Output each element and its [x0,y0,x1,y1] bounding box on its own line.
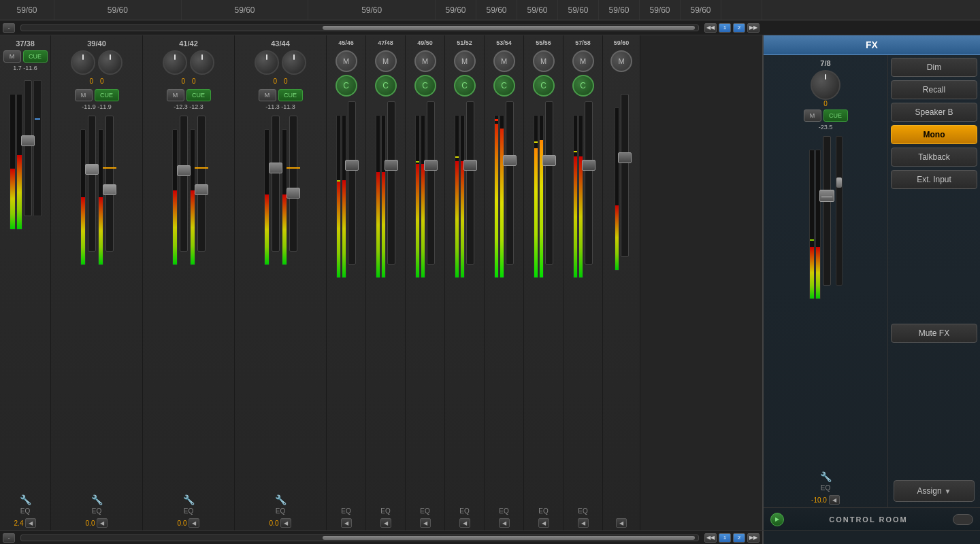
ch39-arrow-btn[interactable]: ◀ [97,518,108,528]
ch51-m-btn[interactable]: M [454,50,476,72]
ch49-label: 49/50 [407,38,443,49]
bottom-nav-prev[interactable]: ◀◀ [704,533,717,543]
ch51-c-btn[interactable]: C [454,75,476,97]
ch43-knob-l[interactable] [255,50,279,75]
ch37-eq-label[interactable]: EQ [1,507,49,515]
ch43-eq-label[interactable]: EQ [236,507,325,515]
ch45-eq-label[interactable]: EQ [328,507,364,515]
speaker-b-btn[interactable]: Speaker B [891,103,977,122]
scrollbar[interactable] [18,23,702,33]
bottom-nav-minus[interactable]: - [3,533,15,543]
bottom-nav-page1[interactable]: 1 [719,533,731,543]
ch41-cue-btn[interactable]: CUE [186,89,211,101]
fx-levels: -23.5 [819,124,833,131]
ch37-bottom: 2.4 ◀ [1,518,49,528]
bottom-nav-next[interactable]: ▶▶ [747,533,760,543]
play-btn[interactable]: ▶ [770,513,784,526]
scrollbar-row[interactable]: - ◀◀ 1 2 ▶▶ [0,20,980,35]
ch55-label: 55/56 [525,38,561,49]
ch41-eq-label[interactable]: EQ [144,507,233,515]
nav-next-btn[interactable]: ▶▶ [747,23,760,33]
bottom-bar[interactable]: - ◀◀ 1 2 ▶▶ [0,530,980,544]
ch49-arrow-btn[interactable]: ◀ [420,518,431,528]
ch43-wrench-icon[interactable]: 🔧 [275,494,287,505]
ch39-cue-btn[interactable]: CUE [95,89,119,101]
ch49-c-btn[interactable]: C [414,75,436,97]
ch37-cue-btn[interactable]: CUE [23,50,48,63]
ch51-label: 51/52 [446,38,483,49]
assign-btn[interactable]: Assign ▼ [894,480,975,502]
nav-minus-btn[interactable]: - [3,23,15,33]
recall-btn[interactable]: Recall [891,80,977,99]
ch37-arrow-btn[interactable]: ◀ [25,518,36,528]
ch41-knob-r[interactable] [190,50,214,75]
ch53-arrow-btn[interactable]: ◀ [499,518,510,528]
ch57-eq-label[interactable]: EQ [565,507,601,515]
fx-knob[interactable] [811,70,840,100]
fx-cue-btn[interactable]: CUE [823,109,848,122]
top-ch-39: 59/60 [54,0,182,20]
bottom-scrollbar[interactable] [18,533,702,543]
ch41-arrow-btn[interactable]: ◀ [189,518,199,528]
ch53-eq-label[interactable]: EQ [486,507,522,515]
bottom-scrollbar-track[interactable] [20,534,699,541]
ch49-eq-label[interactable]: EQ [407,507,443,515]
ch43-knob-r[interactable] [282,50,306,75]
ch41-knob-l[interactable] [163,50,187,75]
fx-value: -10.0 [811,496,827,504]
ch49-m-btn[interactable]: M [414,50,436,72]
ch53-c-btn[interactable]: C [493,75,515,97]
ch55-arrow-btn[interactable]: ◀ [538,518,549,528]
nav-page2-btn[interactable]: 2 [733,23,745,33]
fx-m-btn[interactable]: M [804,109,821,122]
fx-arrow-btn[interactable]: ◀ [829,495,840,505]
ch45-c-btn[interactable]: C [336,75,357,97]
ch39-knob-r[interactable] [98,50,122,75]
fx-eq-label[interactable]: EQ [821,484,830,492]
ch55-c-btn[interactable]: C [533,75,555,97]
ch57-arrow-btn[interactable]: ◀ [578,518,589,528]
ch59-arrow-btn[interactable]: ◀ [616,518,627,528]
ch39-eq-label[interactable]: EQ [52,507,141,515]
control-room-toggle[interactable] [953,514,973,525]
ch47-m-btn[interactable]: M [375,50,397,72]
ch39-wrench-icon[interactable]: 🔧 [91,494,103,505]
scrollbar-track[interactable] [20,24,699,31]
talkback-btn[interactable]: Talkback [891,148,977,167]
ch57-m-btn[interactable]: M [572,50,594,72]
dim-btn[interactable]: Dim [891,58,977,77]
ch39-knobs [52,50,141,75]
nav-page1-btn[interactable]: 1 [719,23,731,33]
ch59-m-btn[interactable]: M [610,50,632,72]
ch41-wrench-icon[interactable]: 🔧 [183,494,195,505]
mute-fx-btn[interactable]: Mute FX [891,324,977,343]
ch37-wrench-icon[interactable]: 🔧 [20,494,31,505]
ch51-arrow-btn[interactable]: ◀ [459,518,470,528]
ch43-arrow-btn[interactable]: ◀ [280,518,291,528]
ch43-cue-btn[interactable]: CUE [278,89,303,101]
ch51-eq-label[interactable]: EQ [446,507,483,515]
ch39-knob-l[interactable] [71,50,95,75]
ch53-m-btn[interactable]: M [493,50,515,72]
ch45-m-btn[interactable]: M [336,50,357,72]
ext-input-btn[interactable]: Ext. Input [891,170,977,189]
ch37-btn-row: M CUE [1,50,49,63]
ch41-m-btn[interactable]: M [167,89,184,101]
bottom-nav-page2[interactable]: 2 [733,533,745,543]
ch39-m-btn[interactable]: M [75,89,93,101]
fx-wrench-icon[interactable]: 🔧 [820,471,832,482]
ch47-c-btn[interactable]: C [375,75,397,97]
top-ch-53: 59/60 [599,0,640,20]
ch57-c-btn[interactable]: C [572,75,594,97]
ch45-arrow-btn[interactable]: ◀ [341,518,352,528]
ch55-eq-label[interactable]: EQ [525,507,561,515]
ch37-m-btn[interactable]: M [3,50,21,63]
mono-btn[interactable]: Mono [891,125,977,144]
control-room-label: CONTROL ROOM [789,515,947,524]
ch55-m-btn[interactable]: M [533,50,555,72]
ch39-label: 39/40 [52,38,141,50]
ch47-eq-label[interactable]: EQ [368,507,404,515]
ch43-m-btn[interactable]: M [259,89,276,101]
ch47-arrow-btn[interactable]: ◀ [380,518,391,528]
nav-prev-btn[interactable]: ◀◀ [704,23,717,33]
